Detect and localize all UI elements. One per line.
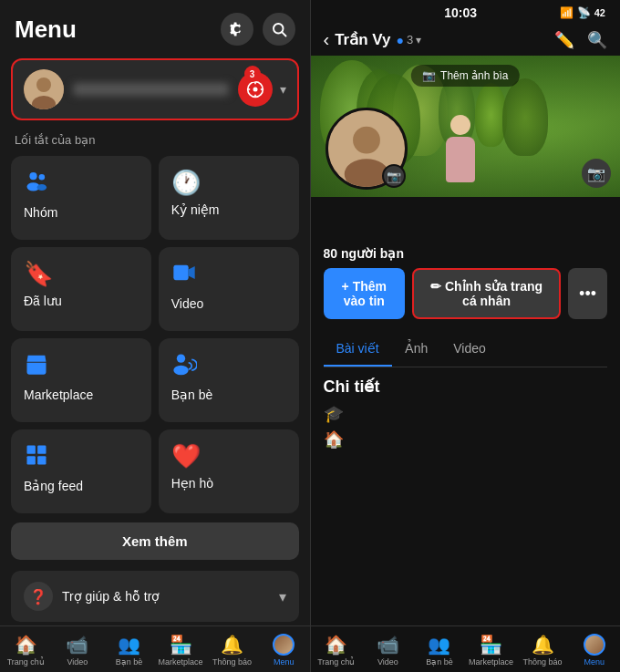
svg-rect-19 — [27, 446, 36, 454]
edit-icon[interactable]: ✏️ — [554, 30, 574, 50]
menu-item-friends[interactable]: Bạn bè — [159, 338, 299, 422]
menu-nav-label: Menu — [274, 657, 294, 667]
svg-point-18 — [173, 366, 188, 376]
home-detail-icon: 🏠 — [324, 429, 344, 450]
menu-grid: Nhóm 🕐 Kỷ niệm 🔖 Đã lưu Video — [0, 152, 310, 517]
nav-item-home[interactable]: 🏠 Trang chủ — [0, 634, 52, 667]
nav-r-marketplace[interactable]: 🏪 Marketplace — [465, 634, 517, 667]
signal-icon: 📶 — [560, 6, 574, 19]
svg-point-24 — [353, 127, 380, 154]
detail-row-education: 🎓 — [324, 404, 608, 424]
svg-rect-20 — [37, 446, 46, 454]
chevron-down-icon: ▾ — [280, 82, 286, 97]
support-icon: ❓ — [24, 582, 53, 611]
home-r-label: Trang chủ — [317, 657, 355, 667]
profile-top-bar: ‹ Trần Vy ● 3 ▾ ✏️ 🔍 — [311, 24, 621, 56]
menu-item-feed[interactable]: Bảng feed — [11, 429, 151, 513]
support-left: ❓ Trợ giúp & hỗ trợ — [24, 582, 160, 611]
details-title: Chi tiết — [324, 377, 608, 397]
nav-item-menu[interactable]: Menu — [258, 634, 310, 667]
nav-item-notifications[interactable]: 🔔 Thông báo — [206, 634, 258, 667]
marketplace-nav-icon: 🏪 — [170, 634, 192, 656]
marketplace-r-icon: 🏪 — [480, 634, 502, 656]
friends-label: Bạn bè — [171, 388, 286, 402]
camera-avatar-button[interactable]: 📷 — [382, 164, 406, 188]
friends-icon — [171, 351, 286, 382]
menu-item-dating[interactable]: ❤️ Hẹn hò — [159, 429, 299, 513]
svg-rect-21 — [27, 456, 36, 464]
profile-row[interactable]: 3 ▾ — [11, 58, 299, 120]
profile-name-blurred — [73, 83, 229, 96]
dating-label: Hẹn hò — [171, 476, 286, 491]
support-row[interactable]: ❓ Trợ giúp & hỗ trợ ▾ — [11, 571, 299, 622]
video-nav-label: Video — [67, 657, 88, 667]
friends-count-label: người bạn — [341, 246, 404, 261]
saved-icon: 🔖 — [24, 260, 139, 288]
search-button[interactable] — [263, 13, 295, 46]
nav-r-notifications[interactable]: 🔔 Thông báo — [517, 634, 569, 667]
svg-point-6 — [253, 88, 257, 92]
status-bar: 10:03 📶 📡 42 — [311, 0, 621, 24]
video-icon — [171, 260, 286, 291]
menu-item-groups[interactable]: Nhóm — [11, 156, 151, 240]
svg-point-11 — [29, 172, 36, 180]
edit-profile-button[interactable]: ✏ Chỉnh sửa trang cá nhân — [412, 268, 561, 319]
dropdown-arrow-icon: ▾ — [416, 34, 421, 47]
menu-avatar-icon — [273, 634, 294, 656]
friends-count: 80 người bạn — [324, 246, 608, 261]
camera-cover-icon: 📷 — [422, 69, 436, 82]
marketplace-icon — [24, 351, 139, 382]
tab-posts[interactable]: Bài viết — [324, 332, 392, 367]
svg-point-17 — [177, 355, 185, 363]
tab-photos[interactable]: Ảnh — [392, 332, 441, 367]
saved-label: Đã lưu — [24, 294, 139, 308]
menu-item-video[interactable]: Video — [159, 247, 299, 331]
tab-videos[interactable]: Video — [440, 332, 499, 367]
video-label: Video — [171, 296, 286, 311]
nav-item-friends[interactable]: 👥 Bạn bè — [103, 634, 155, 667]
support-chevron-icon: ▾ — [279, 588, 286, 605]
menu-item-saved[interactable]: 🔖 Đã lưu — [11, 247, 151, 331]
support-label: Trợ giúp & hỗ trợ — [62, 589, 160, 604]
back-button[interactable]: ‹ — [324, 29, 330, 50]
memories-label: Kỷ niệm — [171, 202, 286, 217]
details-section: Chi tiết 🎓 🏠 — [311, 367, 621, 464]
nav-item-marketplace[interactable]: 🏪 Marketplace — [155, 634, 207, 667]
nav-item-video[interactable]: 📹 Video — [52, 634, 104, 667]
header-icons — [221, 13, 295, 46]
nav-r-video[interactable]: 📹 Video — [362, 634, 414, 667]
menu-title: Menu — [15, 16, 77, 44]
camera-cover-right-button[interactable]: 📷 — [582, 159, 611, 188]
add-cover-button[interactable]: 📷 Thêm ảnh bìa — [411, 65, 519, 87]
friends-count-number: 80 — [324, 246, 338, 261]
dating-icon: ❤️ — [171, 442, 286, 470]
more-options-button[interactable]: ••• — [568, 268, 607, 319]
profile-tabs: Bài viết Ảnh Video — [324, 332, 608, 367]
right-panel: 10:03 📶 📡 42 ‹ Trần Vy ● 3 ▾ ✏️ 🔍 — [311, 0, 621, 672]
marketplace-r-label: Marketplace — [469, 657, 513, 667]
nav-r-home[interactable]: 🏠 Trang chủ — [311, 634, 363, 667]
search-profile-icon[interactable]: 🔍 — [587, 30, 607, 50]
groups-label: Nhóm — [24, 205, 139, 220]
notifications-r-icon: 🔔 — [532, 634, 554, 656]
video-r-label: Video — [377, 657, 398, 667]
profile-top-bar-left: ‹ Trần Vy ● 3 ▾ — [324, 29, 422, 50]
see-more-button[interactable]: Xem thêm — [11, 522, 299, 560]
settings-button[interactable] — [221, 13, 253, 46]
svg-rect-22 — [37, 456, 46, 464]
video-r-icon: 📹 — [377, 634, 399, 656]
menu-item-memories[interactable]: 🕐 Kỷ niệm — [159, 156, 299, 240]
add-story-button[interactable]: + Thêm vào tin — [324, 268, 406, 319]
battery-icon: 42 — [594, 7, 605, 18]
profile-verified-badge: ● 3 ▾ — [397, 33, 422, 47]
svg-point-14 — [37, 184, 47, 191]
notifications-nav-icon: 🔔 — [221, 634, 243, 656]
menu-item-marketplace[interactable]: Marketplace — [11, 338, 151, 422]
menu-r-avatar — [584, 634, 605, 656]
profile-info-section: 80 người bạn + Thêm vào tin ✏ Chỉnh sửa … — [311, 243, 621, 332]
nav-r-menu[interactable]: Menu — [568, 634, 620, 667]
top-right-icons: ✏️ 🔍 — [554, 30, 607, 50]
nav-r-friends[interactable]: 👥 Bạn bè — [414, 634, 466, 667]
status-time: 10:03 — [444, 5, 477, 20]
detail-row-location: 🏠 — [324, 429, 608, 450]
